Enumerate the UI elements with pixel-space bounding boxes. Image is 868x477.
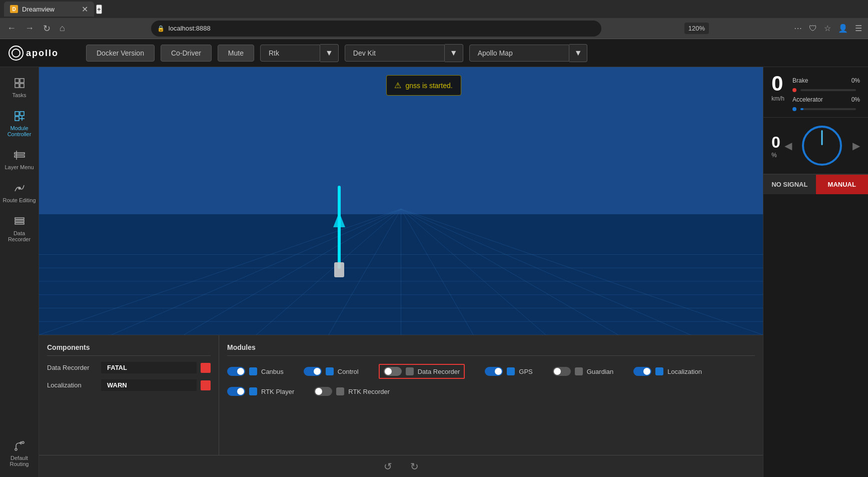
canbus-label: Canbus	[261, 368, 284, 375]
sidebar-item-layer-menu[interactable]: Layer Menu	[0, 143, 39, 176]
modules-title: Modules	[227, 343, 755, 356]
control-icon	[326, 367, 334, 375]
rtk-select-text[interactable]: Rtk	[260, 45, 320, 62]
browser-tab[interactable]: D Dreamview ✕	[4, 2, 94, 17]
steering-wheel-indicator	[821, 130, 823, 145]
sidebar-item-tasks[interactable]: Tasks	[0, 71, 39, 104]
map-grid-svg	[39, 67, 763, 335]
apollo-map-select: Apollo Map ▼	[469, 44, 588, 62]
no-signal-button[interactable]: NO SIGNAL	[763, 175, 816, 194]
forward-button[interactable]: →	[22, 21, 37, 36]
localization-toggle[interactable]	[633, 367, 651, 376]
apollo-map-select-arrow[interactable]: ▼	[569, 44, 588, 62]
star-icon[interactable]: ☆	[822, 22, 833, 35]
mute-button[interactable]: Mute	[218, 45, 254, 62]
data-recorder-icon	[14, 215, 26, 227]
svg-rect-18	[15, 223, 24, 224]
brake-indicator-dot	[792, 88, 796, 92]
module-item-guardian: Guardian	[553, 364, 613, 379]
steering-value: 0	[771, 133, 780, 152]
bottom-nav: ↺ ↻	[39, 455, 763, 477]
warn-indicator	[201, 380, 211, 390]
rtk-player-label: RTK Player	[261, 388, 294, 395]
sidebar-item-data-recorder[interactable]: Data Recorder	[0, 209, 39, 248]
undo-button[interactable]: ↺	[380, 458, 396, 474]
component-status-warn: WARN	[101, 379, 197, 391]
module-item-gps: GPS	[485, 364, 532, 379]
accelerator-gauge-row: Accelerator 0%	[792, 96, 860, 103]
layer-menu-icon	[14, 149, 26, 161]
home-button[interactable]: ⌂	[57, 21, 68, 36]
shield-icon[interactable]: 🛡	[807, 22, 819, 35]
svg-rect-16	[15, 218, 24, 219]
module-controller-label: Module Controller	[2, 125, 37, 137]
svg-rect-6	[20, 84, 24, 88]
sidebar-item-module-controller[interactable]: Module Controller	[0, 104, 39, 143]
manual-button[interactable]: MANUAL	[816, 175, 869, 194]
tab-favicon: D	[10, 5, 18, 13]
module-item-rtk-player: RTK Player	[227, 387, 294, 396]
brake-value: 0%	[851, 77, 860, 84]
modules-panel: Modules Canbus	[219, 335, 763, 455]
component-status-fatal: FATAL	[101, 362, 197, 373]
app-container: apollo Docker Version Co-Driver Mute Rtk…	[0, 39, 868, 477]
default-routing-label: Default Routing	[2, 455, 37, 467]
accelerator-bar-fill	[800, 108, 803, 110]
gps-toggle[interactable]	[485, 367, 503, 376]
component-name-localization: Localization	[47, 381, 97, 389]
reload-button[interactable]: ↻	[40, 21, 54, 36]
canbus-knob	[237, 368, 244, 375]
steering-left-arrow[interactable]: ◀	[784, 140, 792, 152]
apollo-logo: apollo	[8, 45, 68, 61]
address-bar[interactable]: 🔒 localhost:8888	[151, 21, 601, 37]
new-tab-button[interactable]: +	[96, 5, 102, 14]
zoom-level: 120%	[684, 23, 709, 34]
extensions-icon[interactable]: ⋯	[792, 22, 804, 35]
accelerator-value: 0%	[851, 96, 860, 103]
control-toggle[interactable]	[304, 367, 322, 376]
rtk-select-arrow[interactable]: ▼	[320, 44, 339, 62]
rtk-player-toggle[interactable]	[227, 387, 245, 396]
fatal-indicator	[201, 363, 211, 373]
svg-rect-8	[20, 112, 24, 116]
dev-kit-select-arrow[interactable]: ▼	[445, 44, 463, 62]
rtk-recorder-toggle[interactable]	[314, 387, 332, 396]
module-item-rtk-recorder: RTK Recorder	[314, 387, 390, 396]
canbus-icon	[249, 367, 257, 375]
data-recorder-module-label: Data Recorder	[418, 368, 460, 375]
rtk-recorder-knob	[315, 388, 322, 395]
menu-icon[interactable]: ☰	[853, 22, 864, 35]
guardian-toggle[interactable]	[553, 367, 571, 376]
brake-label: Brake	[792, 77, 808, 84]
module-item-data-recorder: Data Recorder	[379, 364, 465, 379]
browser-tab-bar: D Dreamview ✕ +	[0, 0, 868, 18]
data-recorder-toggle[interactable]	[384, 367, 402, 376]
dev-kit-select-text[interactable]: Dev Kit	[345, 45, 445, 62]
map-area[interactable]: ⚠ gnss is started.	[39, 67, 763, 335]
apollo-map-select-text[interactable]: Apollo Map	[469, 45, 569, 62]
guardian-icon	[575, 367, 583, 375]
browser-menu-icons: ⋯ 🛡 ☆ 👤 ☰	[792, 22, 864, 35]
docker-version-button[interactable]: Docker Version	[86, 45, 155, 62]
sidebar-item-route-editing[interactable]: Route Editing	[0, 176, 39, 209]
profile-icon[interactable]: 👤	[836, 22, 850, 35]
canbus-toggle[interactable]	[227, 367, 245, 376]
steering-right-arrow[interactable]: ▶	[852, 140, 860, 152]
control-knob	[314, 368, 321, 375]
control-label: Control	[338, 368, 359, 375]
route-editing-icon	[14, 182, 26, 194]
tab-title: Dreamview	[22, 6, 55, 13]
back-button[interactable]: ←	[4, 21, 19, 36]
tasks-label: Tasks	[12, 92, 26, 98]
redo-button[interactable]: ↻	[406, 458, 423, 474]
sidebar: Tasks Module Controller Layer Me	[0, 67, 39, 477]
sidebar-item-default-routing[interactable]: Default Routing	[0, 434, 39, 473]
localization-knob	[643, 368, 650, 375]
tab-close-button[interactable]: ✕	[82, 5, 88, 14]
rtk-select: Rtk ▼	[260, 44, 339, 62]
gps-icon	[507, 367, 515, 375]
co-driver-button[interactable]: Co-Driver	[161, 45, 212, 62]
top-nav: apollo Docker Version Co-Driver Mute Rtk…	[0, 39, 868, 67]
svg-text:apollo: apollo	[26, 48, 59, 58]
module-item-control: Control	[304, 364, 359, 379]
